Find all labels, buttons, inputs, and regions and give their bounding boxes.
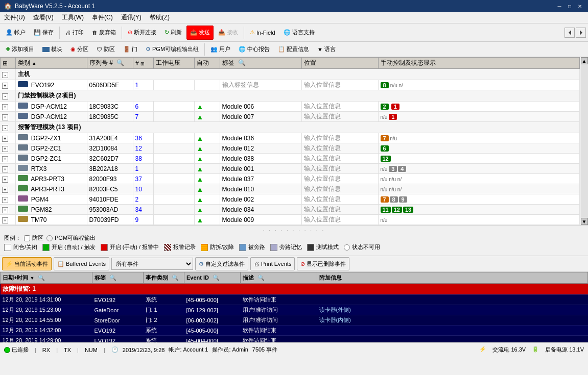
table-row[interactable]: + EVO192 0506DD5E 1 输入标签信息 输入位置信息 — [0, 80, 580, 90]
btn-receive[interactable]: 📥 接收 — [215, 26, 242, 40]
upper-section: ⊞ 类别 ▲ 序列号 # 🔍 # ⊞ 工作电压 — [0, 57, 588, 225]
legend-open-auto: 开启 (自动) / 触发 — [42, 243, 96, 251]
event-row[interactable]: 12月 20, 2019 14:29:00 EVO192 系统 [45-004-… — [1, 336, 588, 343]
table-row[interactable]: + DGP2-ZX1 31A200E4 36 ▲ Module 036 输入位置… — [0, 133, 580, 143]
table-row[interactable]: + TM70 D70039FD 9 ▲ Module 009 输入位置信息 — [0, 215, 580, 225]
nav-prev[interactable] — [565, 28, 575, 38]
group-header-alarm: - 报警管理模块 (13 项目) — [0, 122, 580, 133]
menu-file[interactable]: 文件(U) — [0, 12, 29, 23]
btn-door[interactable]: 🚪 门 — [120, 43, 141, 56]
btn-current-events[interactable]: ⚡ 当前活动事件 — [2, 257, 52, 270]
item-label: 输入标签信息 — [220, 80, 301, 90]
col-label[interactable]: 标签 🔍 — [220, 58, 302, 69]
infield-icon: ⚠ — [250, 29, 255, 36]
menu-help[interactable]: 帮助(Z) — [146, 12, 174, 23]
menu-events[interactable]: 事件(C) — [88, 12, 117, 23]
btn-lang[interactable]: ▼ 语言 — [314, 43, 339, 56]
legend-area: · · · · · · · · · · · 图例： 防区 PGM可编程输出 闭合… — [0, 225, 588, 256]
btn-save[interactable]: 💾 保存 — [30, 26, 57, 40]
btn-account[interactable]: 👤 帐户 — [2, 26, 29, 40]
event-row[interactable]: 12月 20, 2019 15:23:00 GateDoor 门: 1 [06-… — [1, 305, 588, 315]
expand-host[interactable]: - — [2, 72, 8, 78]
menu-comm[interactable]: 通讯(Y) — [117, 12, 146, 23]
vertical-scrollbar[interactable]: ▲ ▼ — [580, 57, 588, 225]
legend-bypass: 被旁路 — [239, 243, 265, 251]
btn-trash[interactable]: 🗑 废弃箱 — [88, 26, 120, 40]
event-row[interactable]: 12月 20, 2019 14:31:00 EVO192 系统 [45-005-… — [1, 295, 588, 305]
ac-power-status: 交流电 16.3V — [492, 346, 526, 354]
col-num[interactable]: # ⊞ — [133, 58, 154, 69]
minimize-button[interactable]: ─ — [555, 2, 563, 10]
status-sep3: | — [77, 347, 79, 353]
ev-col-desc[interactable]: 描述 🔍 — [241, 272, 317, 284]
toolbar-sep-1 — [59, 27, 60, 39]
btn-infield[interactable]: ⚠ In-Field — [246, 26, 279, 40]
legend-green-box — [42, 244, 50, 251]
btn-report[interactable]: 🌐 中心报告 — [235, 43, 273, 56]
btn-custom-filter[interactable]: ⚙ 自定义过滤条件 — [195, 257, 248, 270]
ev-search-id: 🔍 — [213, 274, 220, 281]
pgm-icon: ⚙ — [146, 46, 151, 53]
table-row[interactable]: + DGP-ACM12 18C9035C 7 ▲ Module 007 输入位置… — [0, 112, 580, 122]
device-type: EVO192 — [15, 80, 87, 90]
col-location[interactable]: 位置 — [302, 58, 379, 69]
btn-disconnect[interactable]: ⊘ 断开连接 — [124, 26, 160, 40]
table-row[interactable]: + PGM82 953003AD 34 ▲ Module 034 输入位置信息 — [0, 205, 580, 215]
ev-col-label[interactable]: 标签 🔍 — [92, 272, 144, 284]
btn-add-item[interactable]: ✚ 添加项目 — [2, 43, 38, 56]
refresh-icon: ↻ — [164, 29, 169, 36]
btn-language[interactable]: 🌐 语言支持 — [280, 26, 318, 40]
btn-refresh[interactable]: ↻ 刷新 — [161, 26, 185, 40]
table-row[interactable]: + APR3-PRT3 82003FC5 10 ▲ Module 010 输入位… — [0, 184, 580, 194]
table-row[interactable]: + DGP-ACM12 18C9033C 6 ▲ Module 006 输入位置… — [0, 102, 580, 112]
btn-print[interactable]: 🖨 打印 — [62, 26, 87, 40]
title-bar-left: 🏠 BabyWare V5.2.5 - Account 1 — [4, 3, 95, 10]
btn-show-deleted[interactable]: ⊘ 显示已删除事件 — [297, 257, 349, 270]
status-events-count: 7505 事件 — [252, 346, 278, 354]
ev-col-info[interactable]: 附加信息 — [317, 272, 588, 284]
btn-user[interactable]: 👥 用户 — [207, 43, 234, 56]
btn-config[interactable]: 📋 配置信息 — [274, 43, 313, 56]
event-row[interactable]: 12月 20, 2019 14:32:00 EVO192 系统 [45-005-… — [1, 326, 588, 336]
btn-pgm[interactable]: ⚙ PGM可编程输出组 — [142, 43, 202, 56]
ev-col-datetime[interactable]: 日期+时间 ▼ 🔍 — [1, 272, 92, 284]
table-row[interactable]: + APR3-PRT3 82000F93 37 ▲ Module 037 输入位… — [0, 174, 580, 184]
ev-col-id[interactable]: Event ID 🔍 — [184, 272, 241, 284]
btn-module[interactable]: 模块 — [39, 43, 66, 56]
btn-zone[interactable]: ◉ 分区 — [67, 43, 92, 56]
ev-search-type: 🔍 — [172, 274, 179, 281]
legend-trouble-box — [201, 244, 208, 251]
legend-closed: 闭合/关闭 — [4, 243, 37, 251]
legend-label: 图例： — [4, 234, 21, 242]
ev-col-type[interactable]: 事件类别 🔍 — [144, 272, 184, 284]
table-row[interactable]: + PGM4 94010FDE 2 ▲ Module 002 输入位置信息 — [0, 194, 580, 205]
label-search-icon: 🔍 — [238, 59, 246, 66]
ev-search-datetime: 🔍 — [38, 274, 45, 281]
col-type[interactable]: 类别 ▲ — [16, 58, 87, 69]
maximize-button[interactable]: □ — [566, 2, 574, 10]
report-icon: 🌐 — [239, 46, 246, 53]
btn-buffered-events[interactable]: 📋 Buffered Events — [54, 257, 109, 270]
expand-door[interactable]: - — [2, 93, 8, 99]
legend-open-manual: 开启 (手动) / 报警中 — [101, 243, 159, 251]
menu-view[interactable]: 查看(V) — [29, 12, 58, 23]
scroll-up[interactable]: ▲ — [581, 57, 588, 64]
show-deleted-icon: ⊘ — [300, 261, 305, 267]
status-sep1: | — [35, 347, 36, 353]
scroll-down[interactable]: ▼ — [581, 218, 588, 225]
btn-send[interactable]: 📤 发送 — [186, 26, 214, 40]
table-row[interactable]: + DGP2-ZC1 32C602D7 38 ▲ Module 038 输入位置… — [0, 154, 580, 164]
nav-next[interactable] — [576, 28, 586, 38]
table-row[interactable]: + RTX3 3B202A18 1 ▲ Module 001 输入位置信息 — [0, 164, 580, 174]
close-button[interactable]: ✕ — [576, 2, 584, 10]
btn-area[interactable]: 🛡 防区 — [93, 43, 119, 56]
menu-tools[interactable]: 工具(W) — [58, 12, 88, 23]
events-table-scroll: 日期+时间 ▼ 🔍 标签 🔍 事件类别 🔍 — [0, 272, 588, 342]
expand-alarm[interactable]: - — [2, 125, 8, 131]
col-serial[interactable]: 序列号 # 🔍 — [87, 58, 133, 69]
event-row[interactable]: 12月 20, 2019 14:55:00 StoreDoor 门: 2 [06… — [1, 315, 588, 326]
title-bar-controls[interactable]: ─ □ ✕ — [555, 2, 584, 10]
table-row[interactable]: + DGP2-ZC1 32D10084 12 ▲ Module 012 输入位置… — [0, 143, 580, 154]
events-filter-select[interactable]: 所有事件 — [111, 258, 193, 270]
btn-print-events[interactable]: 🖨 Print Events — [250, 257, 295, 270]
